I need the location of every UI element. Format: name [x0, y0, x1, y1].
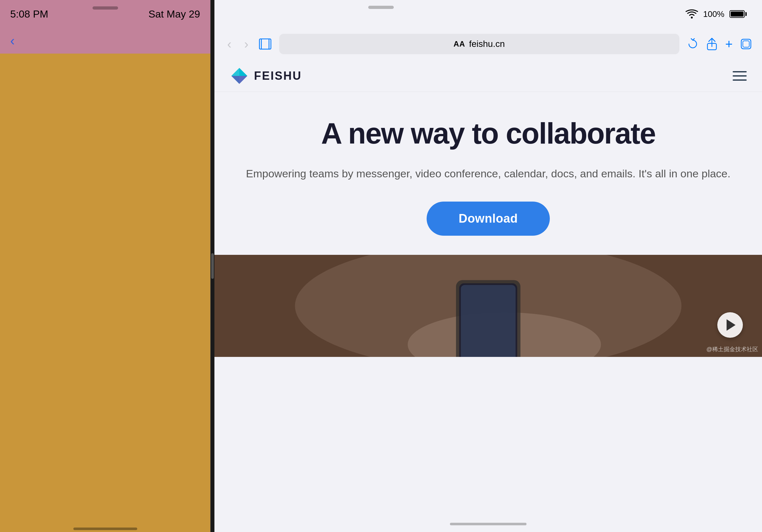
feishu-logo: FEISHU — [230, 66, 302, 86]
safari-nav-bar: ‹ › AA feishu.cn + — [214, 28, 762, 60]
left-app-content — [0, 54, 210, 527]
video-placeholder-image — [214, 255, 762, 357]
feishu-navbar: FEISHU — [214, 60, 762, 92]
svg-point-0 — [691, 17, 693, 19]
left-nav-bar: ‹ — [0, 28, 210, 54]
feishu-logo-icon — [230, 66, 249, 86]
hamburger-menu-button[interactable] — [733, 71, 747, 81]
dynamic-island-left — [93, 6, 118, 10]
status-date: Sat May 29 — [148, 8, 200, 20]
tab-switcher-icon[interactable] — [740, 38, 752, 50]
feishu-brand-name: FEISHU — [254, 69, 302, 83]
aa-label[interactable]: AA — [453, 39, 465, 48]
hero-title: A new way to collaborate — [230, 117, 747, 150]
add-tab-button[interactable]: + — [725, 37, 733, 51]
svg-marker-9 — [239, 76, 247, 84]
svg-marker-7 — [239, 68, 247, 76]
left-bottom-bar — [0, 527, 210, 532]
hamburger-line-1 — [733, 71, 747, 72]
wifi-icon — [685, 9, 698, 19]
svg-rect-4 — [743, 41, 749, 47]
home-indicator — [73, 528, 137, 530]
svg-rect-15 — [461, 285, 516, 357]
share-icon[interactable] — [706, 37, 718, 50]
right-status-bar: 100% — [214, 0, 762, 28]
hero-subtitle: Empowering teams by messenger, video con… — [230, 165, 747, 182]
left-panel: 5:08 PM Sat May 29 ‹ — [0, 0, 211, 532]
battery-percentage: 100% — [703, 9, 725, 19]
hamburger-line-2 — [733, 75, 747, 77]
dynamic-island-right — [368, 6, 394, 9]
hamburger-line-3 — [733, 79, 747, 81]
bookmarks-icon[interactable] — [259, 38, 271, 50]
address-bar[interactable]: AA feishu.cn — [279, 34, 679, 54]
reload-icon[interactable] — [687, 38, 699, 50]
svg-marker-6 — [231, 68, 239, 76]
safari-forward-button[interactable]: › — [242, 35, 251, 53]
play-triangle-icon — [726, 319, 735, 331]
video-play-button[interactable] — [717, 312, 743, 338]
website-content: FEISHU A new way to collaborate Empoweri… — [214, 60, 762, 516]
left-status-bar: 5:08 PM Sat May 29 — [0, 0, 210, 28]
right-panel: 100% ‹ › AA feishu.cn — [214, 0, 762, 532]
home-indicator-right — [450, 523, 526, 525]
status-time: 5:08 PM — [10, 8, 48, 20]
hero-section: A new way to collaborate Empowering team… — [214, 92, 762, 255]
back-button[interactable]: ‹ — [10, 33, 15, 48]
video-section: @稀土掘金技术社区 — [214, 255, 762, 357]
split-divider[interactable] — [211, 0, 214, 532]
status-right: 100% — [685, 9, 747, 19]
battery-icon — [729, 10, 747, 18]
url-display[interactable]: feishu.cn — [469, 39, 505, 49]
drag-handle[interactable] — [211, 253, 214, 279]
video-overlay: @稀土掘金技术社区 — [214, 255, 762, 357]
watermark-text: @稀土掘金技术社区 — [707, 345, 758, 353]
svg-marker-8 — [231, 76, 239, 84]
right-bottom-bar — [214, 516, 762, 532]
download-button[interactable]: Download — [426, 202, 550, 236]
safari-back-button[interactable]: ‹ — [225, 35, 234, 53]
